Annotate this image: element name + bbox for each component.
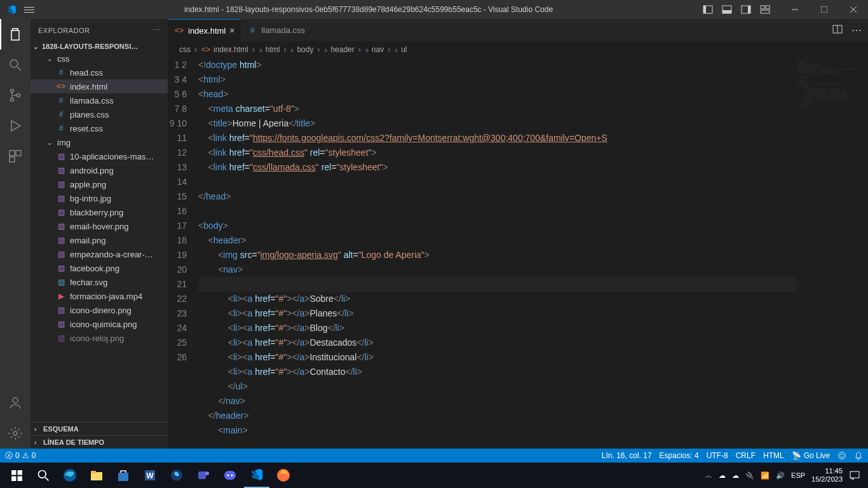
html-file-icon: <> — [174, 26, 184, 35]
file-planes-css[interactable]: #planes.css — [31, 107, 168, 121]
status-line-col[interactable]: Lín. 16, col. 17 — [602, 451, 652, 460]
task-search-icon[interactable] — [31, 463, 56, 488]
source-control-icon[interactable] — [0, 80, 31, 111]
tray-volume-icon[interactable]: 🔊 — [776, 471, 785, 480]
tray-onedrive-icon[interactable]: ☁ — [719, 471, 726, 480]
split-editor-icon[interactable] — [832, 24, 843, 36]
svg-rect-10 — [821, 6, 827, 13]
system-tray[interactable]: ︿ ☁ ☁ 🔌 📶 🔊 ESP 11:45 15/2/2023 — [705, 467, 864, 484]
folder-css[interactable]: ⌄css — [31, 51, 168, 65]
folder-img[interactable]: ⌄img — [31, 135, 168, 149]
svg-rect-30 — [11, 476, 16, 480]
toggle-panel-icon[interactable] — [722, 4, 732, 15]
outline-section[interactable]: ›ESQUEMA — [31, 422, 168, 435]
tab-llamada-css[interactable]: # llamada.css — [241, 19, 311, 41]
tray-chevron-icon[interactable]: ︿ — [705, 471, 712, 480]
task-edge-icon[interactable] — [57, 463, 83, 488]
folder-root[interactable]: ⌄1828-LAYOUTS-RESPONSI… — [31, 41, 168, 51]
status-language[interactable]: HTML — [763, 451, 784, 460]
breadcrumb[interactable]: css› <>index.html› ⬨html› ⬨body› ⬨header… — [168, 41, 868, 58]
status-encoding[interactable]: UTF-8 — [707, 451, 728, 460]
file-tree: ⌄css #head.css <>index.html #llamada.css… — [31, 51, 168, 422]
toggle-primary-sidebar-icon[interactable] — [703, 4, 713, 15]
file-llamada-css[interactable]: #llamada.css — [31, 93, 168, 107]
more-actions-icon[interactable]: ⋯ — [851, 24, 862, 36]
task-word-icon[interactable]: W — [137, 463, 163, 488]
file-reset-css[interactable]: #reset.css — [31, 121, 168, 135]
file-img-8[interactable]: ▧facebook.png — [31, 261, 168, 275]
status-bell-icon[interactable] — [854, 451, 863, 460]
task-copilot-icon[interactable] — [164, 463, 189, 488]
svg-rect-28 — [11, 470, 16, 475]
file-head-css[interactable]: #head.css — [31, 65, 168, 79]
task-vscode-icon[interactable] — [244, 463, 269, 488]
tray-language[interactable]: ESP — [791, 471, 805, 479]
titlebar: index.html - 1828-layouts-responsivos-0e… — [0, 0, 868, 19]
file-index-html[interactable]: <>index.html — [31, 79, 168, 93]
status-indent[interactable]: Espacios: 4 — [660, 451, 699, 460]
timeline-section[interactable]: ›LÍNEA DE TIEMPO — [31, 435, 168, 449]
settings-gear-icon[interactable] — [0, 418, 31, 449]
svg-point-13 — [10, 60, 18, 67]
tray-notifications-icon[interactable] — [849, 470, 860, 481]
status-eol[interactable]: CRLF — [736, 451, 756, 460]
extensions-icon[interactable] — [0, 141, 31, 172]
file-img-1[interactable]: ▧android.png — [31, 163, 168, 177]
maximize-button[interactable] — [810, 0, 839, 19]
status-feedback-icon[interactable] — [837, 451, 846, 460]
minimize-button[interactable] — [780, 0, 810, 19]
start-button[interactable] — [4, 463, 29, 488]
customize-layout-icon[interactable] — [760, 4, 770, 15]
status-errors[interactable]: ⓧ0⚠0 — [5, 451, 36, 461]
status-golive[interactable]: 📡Go Live — [792, 451, 830, 460]
tray-power-icon[interactable]: 🔌 — [745, 471, 754, 480]
file-img-10[interactable]: ▶formacion-java.mp4 — [31, 289, 168, 303]
file-img-0[interactable]: ▧10-aplicaciones-mas… — [31, 149, 168, 163]
close-button[interactable] — [839, 0, 868, 19]
task-firefox-icon[interactable] — [271, 463, 296, 488]
task-discord-icon[interactable] — [217, 463, 243, 488]
svg-rect-36 — [91, 471, 96, 473]
app-menu-icon[interactable] — [24, 4, 34, 15]
file-img-11[interactable]: ▧icono-dinero.png — [31, 303, 168, 317]
windows-taskbar: W ︿ ☁ ☁ 🔌 📶 🔊 ESP 11:45 15/2/2023 — [0, 463, 868, 488]
file-img-2[interactable]: ▧apple.png — [31, 177, 168, 191]
file-img-6[interactable]: ▧email.png — [31, 233, 168, 247]
svg-rect-7 — [766, 6, 770, 9]
more-icon[interactable]: ⋯ — [153, 26, 161, 34]
file-img-12[interactable]: ▧icono-quimica.png — [31, 317, 168, 331]
svg-point-16 — [11, 98, 14, 102]
explorer-icon[interactable] — [0, 19, 31, 50]
close-tab-icon[interactable]: × — [229, 25, 234, 36]
search-icon[interactable] — [0, 50, 31, 80]
file-img-4[interactable]: ▧blackberry.png — [31, 205, 168, 219]
minimap[interactable]: &lt;!doctype html&gt; &lt;html&gt; &lt;h… — [796, 58, 859, 414]
tab-index-html[interactable]: <> index.html × — [168, 19, 241, 41]
task-teams-icon[interactable] — [191, 463, 216, 488]
svg-rect-37 — [118, 473, 128, 481]
svg-point-26 — [840, 454, 841, 455]
svg-rect-8 — [761, 10, 770, 13]
tray-wifi-icon[interactable]: 📶 — [761, 471, 770, 480]
code-editor[interactable]: 1 2 3 4 5 6 7 8 9 10 11 12 13 14 15 16 1… — [168, 58, 868, 449]
task-store-icon[interactable] — [111, 463, 136, 488]
tray-cloud-icon[interactable]: ☁ — [732, 471, 739, 480]
svg-line-33 — [45, 477, 48, 480]
file-img-13[interactable]: ▧icono-reloj.png — [31, 331, 168, 345]
accounts-icon[interactable] — [0, 388, 31, 418]
editor-group: <> index.html × # llamada.css ⋯ css› <>i… — [168, 19, 868, 449]
task-explorer-icon[interactable] — [84, 463, 109, 488]
sidebar: EXPLORADOR ⋯ ⌄1828-LAYOUTS-RESPONSI… ⌄cs… — [31, 19, 168, 449]
file-img-5[interactable]: ▧email-hover.png — [31, 219, 168, 233]
svg-rect-1 — [703, 6, 706, 13]
toggle-secondary-sidebar-icon[interactable] — [741, 4, 751, 15]
svg-point-15 — [11, 90, 14, 93]
file-img-9[interactable]: ▧fechar.svg — [31, 275, 168, 289]
file-img-7[interactable]: ▧empezando-a-crear-… — [31, 247, 168, 261]
file-img-3[interactable]: ▧bg-intro.jpg — [31, 191, 168, 205]
svg-point-21 — [13, 398, 18, 403]
tab-bar: <> index.html × # llamada.css ⋯ — [168, 19, 868, 41]
run-debug-icon[interactable] — [0, 111, 31, 141]
tray-clock[interactable]: 11:45 15/2/2023 — [811, 467, 843, 484]
svg-point-45 — [231, 475, 233, 477]
